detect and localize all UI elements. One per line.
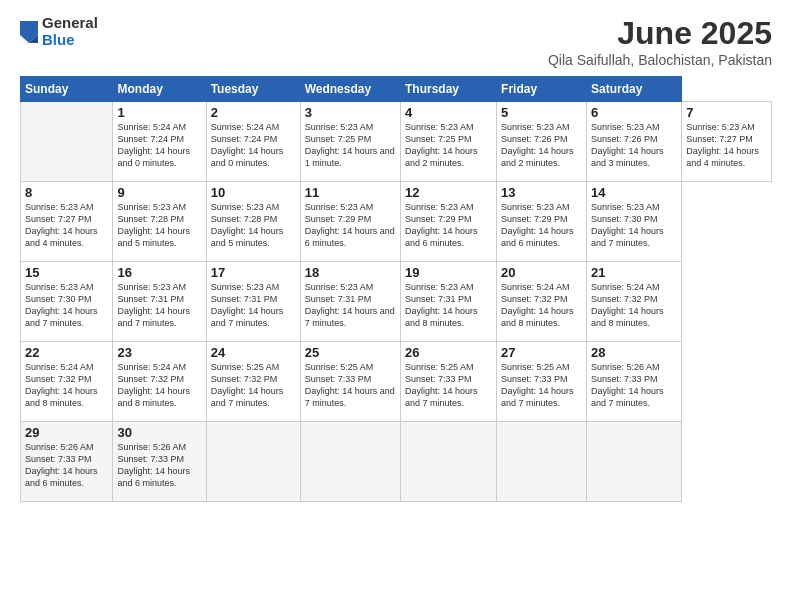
- daylight: Daylight: 14 hours and 2 minutes.: [501, 146, 574, 168]
- daylight: Daylight: 14 hours and 6 minutes.: [405, 226, 478, 248]
- sunrise: Sunrise: 5:23 AM: [405, 122, 474, 132]
- day-cell: 30 Sunrise: 5:26 AM Sunset: 7:33 PM Dayl…: [113, 422, 206, 502]
- day-cell: 26 Sunrise: 5:25 AM Sunset: 7:33 PM Dayl…: [400, 342, 496, 422]
- day-number: 5: [501, 105, 582, 120]
- header-tuesday: Tuesday: [206, 77, 300, 102]
- sunrise: Sunrise: 5:24 AM: [501, 282, 570, 292]
- sunset: Sunset: 7:27 PM: [686, 134, 753, 144]
- day-info: Sunrise: 5:24 AM Sunset: 7:32 PM Dayligh…: [501, 281, 582, 330]
- sunset: Sunset: 7:33 PM: [305, 374, 372, 384]
- sunrise: Sunrise: 5:23 AM: [305, 282, 374, 292]
- logo-general-text: General: [42, 15, 98, 32]
- daylight: Daylight: 14 hours and 2 minutes.: [405, 146, 478, 168]
- sunrise: Sunrise: 5:25 AM: [405, 362, 474, 372]
- sunrise: Sunrise: 5:23 AM: [25, 282, 94, 292]
- sunrise: Sunrise: 5:23 AM: [405, 282, 474, 292]
- sunset: Sunset: 7:29 PM: [305, 214, 372, 224]
- daylight: Daylight: 14 hours and 6 minutes.: [501, 226, 574, 248]
- day-info: Sunrise: 5:25 AM Sunset: 7:32 PM Dayligh…: [211, 361, 296, 410]
- day-info: Sunrise: 5:23 AM Sunset: 7:29 PM Dayligh…: [305, 201, 396, 250]
- day-cell: 29 Sunrise: 5:26 AM Sunset: 7:33 PM Dayl…: [21, 422, 113, 502]
- header-friday: Friday: [497, 77, 587, 102]
- day-cell: 12 Sunrise: 5:23 AM Sunset: 7:29 PM Dayl…: [400, 182, 496, 262]
- daylight: Daylight: 14 hours and 7 minutes.: [591, 386, 664, 408]
- sunrise: Sunrise: 5:23 AM: [501, 202, 570, 212]
- sunset: Sunset: 7:31 PM: [211, 294, 278, 304]
- day-cell: [587, 422, 682, 502]
- day-cell: 5 Sunrise: 5:23 AM Sunset: 7:26 PM Dayli…: [497, 102, 587, 182]
- week-row-1: 8 Sunrise: 5:23 AM Sunset: 7:27 PM Dayli…: [21, 182, 772, 262]
- day-cell: 18 Sunrise: 5:23 AM Sunset: 7:31 PM Dayl…: [300, 262, 400, 342]
- daylight: Daylight: 14 hours and 7 minutes.: [25, 306, 98, 328]
- subtitle: Qila Saifullah, Balochistan, Pakistan: [548, 52, 772, 68]
- day-cell: 4 Sunrise: 5:23 AM Sunset: 7:25 PM Dayli…: [400, 102, 496, 182]
- sunset: Sunset: 7:28 PM: [211, 214, 278, 224]
- day-number: 9: [117, 185, 201, 200]
- sunset: Sunset: 7:33 PM: [25, 454, 92, 464]
- sunset: Sunset: 7:29 PM: [405, 214, 472, 224]
- header-row: Sunday Monday Tuesday Wednesday Thursday…: [21, 77, 772, 102]
- sunset: Sunset: 7:33 PM: [501, 374, 568, 384]
- daylight: Daylight: 14 hours and 4 minutes.: [686, 146, 759, 168]
- sunset: Sunset: 7:32 PM: [501, 294, 568, 304]
- day-info: Sunrise: 5:24 AM Sunset: 7:24 PM Dayligh…: [211, 121, 296, 170]
- day-number: 16: [117, 265, 201, 280]
- day-info: Sunrise: 5:23 AM Sunset: 7:30 PM Dayligh…: [591, 201, 677, 250]
- day-info: Sunrise: 5:24 AM Sunset: 7:32 PM Dayligh…: [25, 361, 108, 410]
- day-number: 20: [501, 265, 582, 280]
- daylight: Daylight: 14 hours and 6 minutes.: [25, 466, 98, 488]
- logo: General Blue: [20, 15, 98, 48]
- title-block: June 2025 Qila Saifullah, Balochistan, P…: [548, 15, 772, 68]
- sunrise: Sunrise: 5:25 AM: [305, 362, 374, 372]
- day-info: Sunrise: 5:23 AM Sunset: 7:31 PM Dayligh…: [405, 281, 492, 330]
- day-cell: 24 Sunrise: 5:25 AM Sunset: 7:32 PM Dayl…: [206, 342, 300, 422]
- sunrise: Sunrise: 5:23 AM: [305, 202, 374, 212]
- day-info: Sunrise: 5:24 AM Sunset: 7:32 PM Dayligh…: [117, 361, 201, 410]
- day-info: Sunrise: 5:23 AM Sunset: 7:29 PM Dayligh…: [405, 201, 492, 250]
- day-number: 21: [591, 265, 677, 280]
- day-info: Sunrise: 5:26 AM Sunset: 7:33 PM Dayligh…: [117, 441, 201, 490]
- day-number: 18: [305, 265, 396, 280]
- week-row-0: 1 Sunrise: 5:24 AM Sunset: 7:24 PM Dayli…: [21, 102, 772, 182]
- day-cell: 9 Sunrise: 5:23 AM Sunset: 7:28 PM Dayli…: [113, 182, 206, 262]
- sunset: Sunset: 7:24 PM: [117, 134, 184, 144]
- sunset: Sunset: 7:33 PM: [117, 454, 184, 464]
- day-cell: 1 Sunrise: 5:24 AM Sunset: 7:24 PM Dayli…: [113, 102, 206, 182]
- daylight: Daylight: 14 hours and 6 minutes.: [117, 466, 190, 488]
- sunrise: Sunrise: 5:24 AM: [117, 362, 186, 372]
- sunrise: Sunrise: 5:23 AM: [591, 122, 660, 132]
- sunset: Sunset: 7:33 PM: [591, 374, 658, 384]
- day-number: 28: [591, 345, 677, 360]
- sunrise: Sunrise: 5:23 AM: [211, 202, 280, 212]
- day-cell: 22 Sunrise: 5:24 AM Sunset: 7:32 PM Dayl…: [21, 342, 113, 422]
- day-info: Sunrise: 5:23 AM Sunset: 7:27 PM Dayligh…: [25, 201, 108, 250]
- day-number: 10: [211, 185, 296, 200]
- daylight: Daylight: 14 hours and 8 minutes.: [501, 306, 574, 328]
- day-info: Sunrise: 5:25 AM Sunset: 7:33 PM Dayligh…: [305, 361, 396, 410]
- week-row-2: 15 Sunrise: 5:23 AM Sunset: 7:30 PM Dayl…: [21, 262, 772, 342]
- day-number: 25: [305, 345, 396, 360]
- page: General Blue June 2025 Qila Saifullah, B…: [0, 0, 792, 612]
- day-number: 15: [25, 265, 108, 280]
- daylight: Daylight: 14 hours and 5 minutes.: [117, 226, 190, 248]
- daylight: Daylight: 14 hours and 8 minutes.: [405, 306, 478, 328]
- sunset: Sunset: 7:27 PM: [25, 214, 92, 224]
- sunrise: Sunrise: 5:24 AM: [25, 362, 94, 372]
- day-number: 13: [501, 185, 582, 200]
- sunrise: Sunrise: 5:23 AM: [25, 202, 94, 212]
- sunrise: Sunrise: 5:23 AM: [686, 122, 755, 132]
- day-info: Sunrise: 5:23 AM Sunset: 7:25 PM Dayligh…: [305, 121, 396, 170]
- daylight: Daylight: 14 hours and 7 minutes.: [305, 306, 395, 328]
- sunset: Sunset: 7:26 PM: [501, 134, 568, 144]
- sunset: Sunset: 7:32 PM: [117, 374, 184, 384]
- sunrise: Sunrise: 5:23 AM: [305, 122, 374, 132]
- day-info: Sunrise: 5:23 AM Sunset: 7:28 PM Dayligh…: [117, 201, 201, 250]
- sunrise: Sunrise: 5:23 AM: [117, 282, 186, 292]
- day-info: Sunrise: 5:23 AM Sunset: 7:30 PM Dayligh…: [25, 281, 108, 330]
- sunrise: Sunrise: 5:25 AM: [211, 362, 280, 372]
- logo-text: General Blue: [42, 15, 98, 48]
- day-number: 30: [117, 425, 201, 440]
- logo-blue-text: Blue: [42, 32, 98, 49]
- sunset: Sunset: 7:32 PM: [211, 374, 278, 384]
- sunset: Sunset: 7:30 PM: [591, 214, 658, 224]
